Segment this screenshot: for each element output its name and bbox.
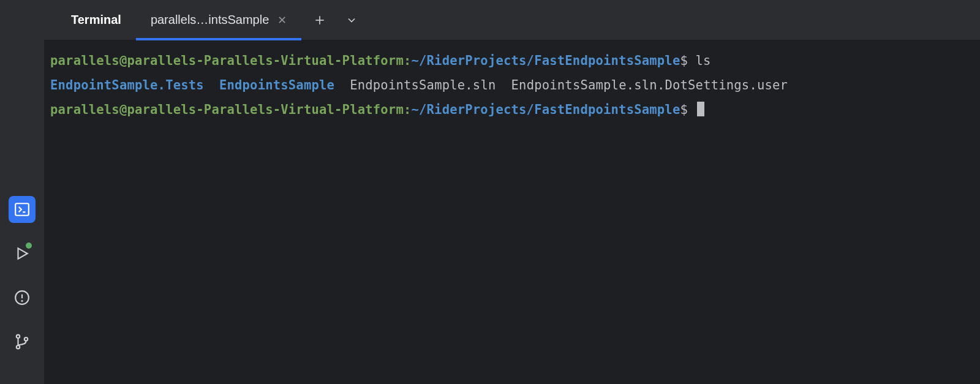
svg-point-6 — [17, 335, 20, 338]
prompt-dollar: $ — [680, 53, 688, 68]
run-tool-button[interactable] — [9, 240, 36, 267]
terminal-session-tab-label: parallels…intsSample — [151, 13, 269, 27]
vcs-tool-button[interactable] — [9, 328, 36, 355]
run-status-dot — [26, 243, 32, 249]
git-branch-icon — [14, 334, 30, 350]
terminal-cursor — [697, 102, 704, 116]
svg-point-5 — [21, 301, 22, 301]
terminal-panel: Terminal parallels…intsSample ✕ parallel… — [44, 0, 980, 384]
terminal-tabbar: Terminal parallels…intsSample ✕ — [44, 0, 980, 40]
terminal-session-tab[interactable]: parallels…intsSample ✕ — [136, 0, 301, 40]
tool-window-sidebar — [0, 0, 44, 384]
svg-marker-2 — [18, 248, 28, 258]
ls-output-file: EndpointsSample.sln.DotSettings.user — [511, 78, 788, 92]
terminal-output[interactable]: parallels@parallels-Parallels-Virtual-Pl… — [44, 40, 980, 384]
prompt-userhost: parallels@parallels-Parallels-Virtual-Pl… — [50, 102, 404, 117]
ls-output-dir: EndpointSample.Tests — [50, 78, 204, 92]
prompt-userhost: parallels@parallels-Parallels-Virtual-Pl… — [50, 53, 404, 68]
prompt-path: ~/RiderProjects/FastEndpointsSample — [411, 53, 680, 68]
chevron-down-icon — [345, 14, 358, 26]
ls-output-dir: EndpointsSample — [219, 78, 334, 92]
new-terminal-button[interactable] — [306, 7, 333, 34]
terminal-options-dropdown[interactable] — [338, 7, 365, 34]
terminal-tab-header-label: Terminal — [71, 13, 121, 27]
problems-tool-button[interactable] — [9, 284, 36, 311]
prompt-sep: : — [404, 102, 412, 117]
terminal-tool-button[interactable] — [9, 196, 36, 223]
terminal-icon — [14, 201, 30, 217]
svg-point-7 — [17, 345, 20, 348]
plus-icon — [314, 14, 326, 26]
prompt-sep: : — [404, 53, 412, 68]
warning-circle-icon — [14, 290, 30, 306]
command-text: ls — [696, 53, 711, 68]
svg-point-8 — [24, 337, 28, 341]
ls-output-file: EndpointsSample.sln — [350, 78, 496, 92]
prompt-dollar: $ — [680, 102, 688, 117]
prompt-path: ~/RiderProjects/FastEndpointsSample — [411, 102, 680, 117]
close-icon[interactable]: ✕ — [277, 15, 287, 26]
terminal-tab-header[interactable]: Terminal — [56, 0, 136, 40]
